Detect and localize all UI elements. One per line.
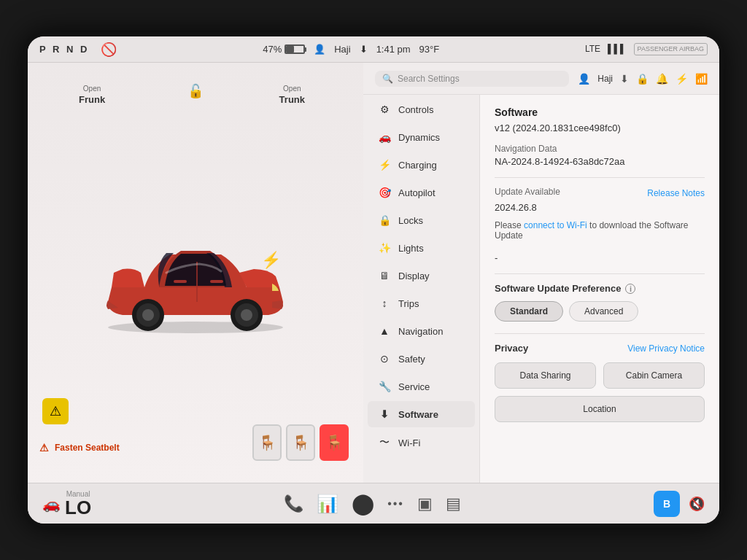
divider-1 [495,177,705,178]
update-available-label: Update Available [495,187,560,197]
seat-icon-left[interactable]: 🪑 [252,424,282,461]
music-icon[interactable]: 📊 [317,494,338,514]
privacy-label: Privacy [495,343,528,354]
nav-label-safety: Safety [398,354,425,365]
battery-bar [285,44,305,54]
header-user-name: Haji [597,74,613,84]
search-box[interactable]: 🔍 Search Settings [375,71,569,87]
download-status-icon: ⬇ [360,44,368,55]
seat-icon-right[interactable]: 🪑 [320,424,349,461]
nav-label-software: Software [398,409,438,420]
svg-rect-9 [174,280,187,283]
nav-item-autopilot[interactable]: 🎯 Autopilot [368,179,475,206]
more-options-icon[interactable]: ••• [387,497,404,510]
media-card2-icon[interactable]: ▤ [446,494,461,513]
nav-item-navigation[interactable]: ▲ Navigation [368,318,475,344]
safety-icon: ⊙ [378,353,391,365]
battery-indicator: 47% [263,44,305,55]
settings-content: Software v12 (2024.20.1831cee498fc0) Nav… [480,95,719,483]
update-available-row: Update Available Release Notes [495,187,705,199]
software-version: v12 (2024.20.1831cee498fc0) [495,122,705,133]
header-user-icon: 👤 [578,73,590,85]
privacy-buttons: Data Sharing Cabin Camera [495,362,705,389]
view-privacy-link[interactable]: View Privacy Notice [627,343,705,354]
status-bar: P R N D 🚫 47% 👤 Haji ⬇ 1:41 pm 93°F LTE … [28,36,719,63]
lights-icon: ✨ [378,242,391,254]
camera-dot-icon[interactable]: ⬤ [352,491,374,516]
open-frunk[interactable]: Open Frunk [79,85,105,106]
seat-warning-icon: 🚫 [101,42,117,58]
svg-point-3 [241,309,252,321]
nav-item-software[interactable]: ⬇ Software [368,401,475,427]
wifi-link[interactable]: connect to Wi-Fi [524,220,587,230]
release-notes-link[interactable]: Release Notes [647,188,705,198]
lock-icon[interactable]: 🔓 [187,83,204,99]
car-svg: ⚡ [86,207,305,338]
settings-nav: ⚙ Controls 🚗 Dynamics ⚡ Charging 🎯 [363,95,480,483]
status-right: LTE ▌▌▌ PASSENGER AIRBAG [585,43,708,55]
trips-icon: ↕ [378,298,391,309]
nav-label-wifi: Wi-Fi [398,438,420,448]
preference-header: Software Update Preference i [495,283,705,294]
wifi-prompt: Please connect to Wi-Fi to download the … [495,220,705,241]
screen-content: P R N D 🚫 47% 👤 Haji ⬇ 1:41 pm 93°F LTE … [28,36,719,524]
display-icon: 🖥 [378,270,391,281]
bluetooth-button[interactable]: B [654,491,680,517]
status-center: 47% 👤 Haji ⬇ 1:41 pm 93°F [263,44,439,55]
nav-label-trips: Trips [398,298,419,309]
nav-item-charging[interactable]: ⚡ Charging [368,152,475,178]
car-settings-icon[interactable]: 🚗 [42,495,61,513]
seatbelt-alert-icon: ⚠ [39,442,49,454]
seat-icon-middle[interactable]: 🪑 [286,424,315,461]
nav-item-trips[interactable]: ↕ Trips [368,290,475,316]
autopilot-icon: 🎯 [378,187,391,198]
nav-item-locks[interactable]: 🔒 Locks [368,207,475,233]
settings-body: ⚙ Controls 🚗 Dynamics ⚡ Charging 🎯 [363,95,719,483]
nav-item-display[interactable]: 🖥 Display [368,262,475,289]
header-bluetooth-icon: ⚡ [676,73,688,85]
signal-icon: ▌▌▌ [608,44,627,54]
cabin-camera-btn[interactable]: Cabin Camera [603,362,705,389]
main-area: Open Frunk 🔓 Open Trunk [28,63,719,483]
fasten-seatbelt-warning: ⚠ Fasten Seatbelt [39,442,120,454]
nav-item-controls[interactable]: ⚙ Controls [368,96,475,122]
search-icon: 🔍 [382,74,393,84]
open-trunk[interactable]: Open Trunk [279,85,305,106]
svg-text:⚡: ⚡ [261,250,282,270]
nav-item-service[interactable]: 🔧 Service [368,373,475,400]
header-download-icon: ⬇ [620,73,629,85]
software-icon: ⬇ [378,408,391,420]
nav-item-wifi[interactable]: 〜 Wi-Fi [368,429,475,456]
data-sharing-btn[interactable]: Data Sharing [495,362,596,389]
nav-item-dynamics[interactable]: 🚗 Dynamics [368,124,475,150]
divider-3 [495,333,705,334]
advanced-btn[interactable]: Advanced [569,301,638,322]
status-temp: 93°F [419,44,440,55]
nav-item-lights[interactable]: ✨ Lights [368,235,475,261]
service-icon: 🔧 [378,381,391,392]
media-card1-icon[interactable]: ▣ [417,494,433,513]
user-icon: 👤 [314,44,325,55]
car-image: ⚡ [86,207,305,338]
status-left: P R N D 🚫 [39,42,117,58]
seat-heat-left-icon: 🪑 [258,434,276,451]
standard-btn[interactable]: Standard [495,301,563,322]
preference-section: Software Update Preference i Standard Ad… [495,283,705,322]
nav-label-autopilot: Autopilot [398,187,436,198]
location-btn[interactable]: Location [495,396,705,422]
dynamics-icon: 🚗 [378,131,391,143]
locks-icon: 🔒 [378,214,391,226]
nav-item-safety[interactable]: ⊙ Safety [368,346,475,372]
right-panel: 🔍 Search Settings 👤 Haji ⬇ 🔒 🔔 ⚡ 📶 [363,63,719,483]
volume-icon[interactable]: 🔇 [689,496,705,512]
nav-label-service: Service [398,381,430,392]
nav-data-value: NA-2024.8-14924-63a8dc72aa [495,156,705,167]
battery-percent: 47% [263,44,282,55]
taskbar-right: B 🔇 [654,491,705,517]
seatbelt-label: Fasten Seatbelt [55,443,120,453]
phone-icon[interactable]: 📞 [284,494,303,513]
passenger-airbag-indicator: PASSENGER AIRBAG [634,43,708,55]
frunk-name: Frunk [79,94,105,105]
wifi-dash: - [495,252,705,263]
nav-label-lights: Lights [398,243,424,254]
